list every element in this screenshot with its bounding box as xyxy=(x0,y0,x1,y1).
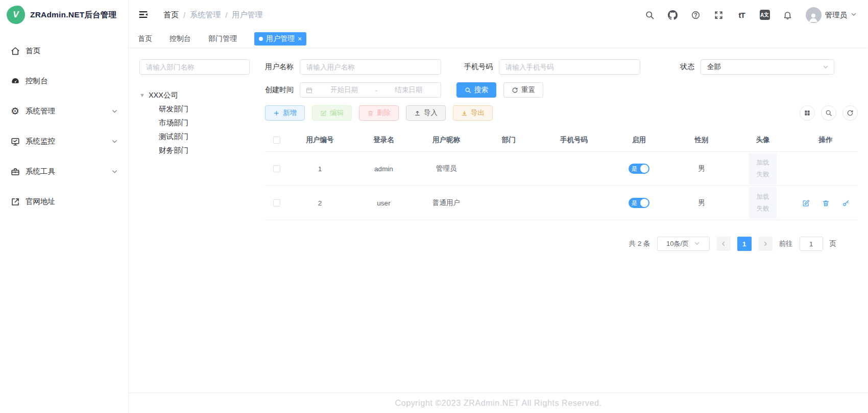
chevron-down-icon xyxy=(111,138,118,145)
refresh-table-button[interactable] xyxy=(842,105,858,121)
row-checkbox[interactable] xyxy=(273,165,280,172)
help-icon[interactable] xyxy=(691,10,701,20)
tab-dashboard[interactable]: 控制台 xyxy=(170,34,191,43)
edit-button[interactable]: 编辑 xyxy=(312,105,352,121)
breadcrumb-home[interactable]: 首页 xyxy=(163,10,179,20)
sidebar-menu: 首页 控制台 ⚙ 系统管理 系统监控 xyxy=(0,30,128,217)
username-filter-label: 用户名称 xyxy=(265,62,294,72)
font-size-icon[interactable]: tT xyxy=(737,10,747,20)
sidebar-item-dashboard[interactable]: 控制台 xyxy=(0,66,128,96)
avatar-error-text: 失败 xyxy=(757,169,769,180)
tree-expand-caret-icon[interactable]: ▼ xyxy=(139,92,145,98)
column-header-enabled: 启用 xyxy=(607,135,671,145)
export-button[interactable]: 导出 xyxy=(453,105,493,121)
date-separator: - xyxy=(375,86,378,94)
status-filter-label: 状态 xyxy=(680,62,694,72)
chevron-down-icon xyxy=(111,168,118,175)
edit-icon xyxy=(320,110,327,117)
avatar-error-text: 加载 xyxy=(757,157,769,169)
phone-filter-input[interactable] xyxy=(499,59,640,75)
cell-gender: 男 xyxy=(671,164,732,173)
monitor-icon xyxy=(10,136,20,146)
sidebar-item-website-link[interactable]: 官网地址 xyxy=(0,187,128,217)
column-header-avatar: 头像 xyxy=(732,135,793,145)
user-menu[interactable]: 管理员 xyxy=(806,7,857,23)
column-settings-button[interactable] xyxy=(800,105,815,121)
sidebar-collapse-icon[interactable] xyxy=(138,9,149,20)
sidebar-item-home[interactable]: 首页 xyxy=(0,36,128,66)
date-range-picker[interactable]: 开始日期 - 结束日期 xyxy=(300,82,441,98)
next-page-button[interactable] xyxy=(758,237,773,251)
reset-button[interactable]: 重置 xyxy=(503,82,543,98)
toolbox-icon xyxy=(10,167,20,176)
notification-bell-icon[interactable] xyxy=(783,10,793,20)
department-panel: ▼ XXX公司 研发部门 市场部门 测试部门 财务部门 xyxy=(139,59,250,393)
table-toolbar: 新增 编辑 删除 导入 xyxy=(265,105,858,121)
sidebar-item-label: 官网地址 xyxy=(26,197,55,206)
username-label: 管理员 xyxy=(825,10,848,20)
tab-close-icon[interactable]: × xyxy=(298,35,302,42)
search-icon xyxy=(465,87,471,94)
row-reset-password-key-icon[interactable] xyxy=(842,199,850,207)
sidebar-item-system-tools[interactable]: 系统工具 xyxy=(0,156,128,187)
avatar-error-text: 加载 xyxy=(757,191,769,203)
reset-button-label: 重置 xyxy=(521,85,535,95)
tree-node-company[interactable]: ▼ XXX公司 xyxy=(139,88,250,102)
refresh-icon xyxy=(847,109,854,117)
avatar-load-failed: 加载 失败 xyxy=(749,153,777,185)
cell-gender: 男 xyxy=(671,198,732,208)
tab-dept-management[interactable]: 部门管理 xyxy=(208,34,237,43)
app-root: V ZRAdmin.NET后台管理 首页 控制台 ⚙ 系统管理 xyxy=(0,0,868,413)
navbar-actions: tT A文 管理员 xyxy=(645,7,857,23)
search-icon xyxy=(825,109,832,117)
cell-nickname: 普通用户 xyxy=(416,198,477,208)
import-button-label: 导入 xyxy=(424,108,438,118)
goto-page-input[interactable] xyxy=(800,237,823,251)
tree-node-test-dept[interactable]: 测试部门 xyxy=(139,130,250,144)
tab-user-management[interactable]: 用户管理 × xyxy=(254,32,306,45)
copyright-text: Copyright ©2023 ZRAdmin.NET All Rights R… xyxy=(395,399,602,408)
filter-row-2: 创建时间 开始日期 - 结束日期 搜索 重置 xyxy=(265,82,858,98)
column-header-gender: 性别 xyxy=(671,135,732,145)
search-icon[interactable] xyxy=(645,10,655,20)
app-logo[interactable]: V ZRAdmin.NET后台管理 xyxy=(0,0,128,30)
prev-page-button[interactable] xyxy=(716,237,731,251)
select-all-checkbox[interactable] xyxy=(273,136,280,144)
delete-button[interactable]: 删除 xyxy=(359,105,399,121)
column-header-actions: 操作 xyxy=(793,135,858,145)
page-unit-label: 页 xyxy=(830,239,837,248)
search-button[interactable]: 搜索 xyxy=(456,82,496,98)
import-button[interactable]: 导入 xyxy=(406,105,446,121)
department-search-input[interactable] xyxy=(139,59,250,75)
status-select[interactable]: 全部 xyxy=(701,59,834,75)
tree-node-finance-dept[interactable]: 财务部门 xyxy=(139,144,250,157)
enabled-toggle[interactable]: 是 xyxy=(629,164,649,174)
page-size-select[interactable]: 10条/页 xyxy=(657,237,710,251)
sidebar-item-system-monitor[interactable]: 系统监控 xyxy=(0,126,128,156)
enabled-toggle[interactable]: 是 xyxy=(629,198,649,208)
username-filter-input[interactable] xyxy=(300,59,441,75)
table-row: 2 user 普通用户 是 男 xyxy=(265,186,858,220)
tree-node-dev-dept[interactable]: 研发部门 xyxy=(139,102,250,116)
phone-filter-label: 手机号码 xyxy=(464,62,493,72)
sidebar-item-label: 控制台 xyxy=(26,76,48,86)
page-number-1[interactable]: 1 xyxy=(737,237,752,251)
chevron-down-icon xyxy=(823,64,829,70)
github-icon[interactable] xyxy=(668,10,678,20)
add-button[interactable]: 新增 xyxy=(265,105,305,121)
sidebar-item-label: 系统监控 xyxy=(26,136,55,146)
tree-node-market-dept[interactable]: 市场部门 xyxy=(139,116,250,130)
column-header-user-id: 用户编号 xyxy=(288,135,352,145)
chevron-down-icon xyxy=(694,240,700,248)
translate-icon[interactable]: A文 xyxy=(760,10,770,20)
row-checkbox[interactable] xyxy=(273,199,280,206)
toggle-search-button[interactable] xyxy=(821,105,836,121)
breadcrumb-system: 系统管理 xyxy=(190,10,221,20)
row-delete-icon[interactable] xyxy=(822,199,830,207)
dashboard-icon xyxy=(10,76,20,86)
tab-home[interactable]: 首页 xyxy=(138,34,152,43)
row-edit-icon[interactable] xyxy=(802,199,810,207)
toggle-on-label: 是 xyxy=(632,165,638,173)
sidebar-item-system-management[interactable]: ⚙ 系统管理 xyxy=(0,96,128,126)
fullscreen-icon[interactable] xyxy=(714,10,724,20)
